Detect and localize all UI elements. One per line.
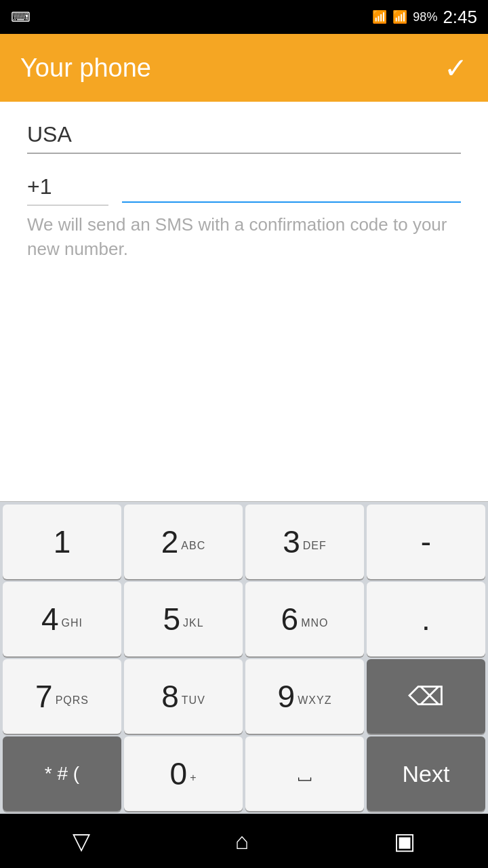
key-4[interactable]: 4 GHI bbox=[3, 582, 121, 656]
key-space[interactable]: ⎵ bbox=[245, 736, 364, 811]
key-0[interactable]: 0 + bbox=[124, 736, 243, 811]
bottom-nav: ▽ ⌂ ▣ bbox=[0, 814, 488, 868]
key-symbols[interactable]: * # ( bbox=[3, 736, 121, 811]
keyboard-icon: ⌨ bbox=[11, 9, 30, 24]
signal-icon: 📶 bbox=[392, 9, 407, 24]
back-button[interactable]: ▽ bbox=[73, 827, 90, 854]
country-field[interactable]: USA bbox=[27, 122, 461, 154]
header: Your phone ✓ bbox=[0, 34, 488, 102]
country-value: USA bbox=[27, 122, 461, 153]
key-6[interactable]: 6 MNO bbox=[245, 582, 364, 656]
key-2[interactable]: 2 ABC bbox=[124, 505, 243, 579]
key-backspace[interactable]: ⌫ bbox=[367, 659, 485, 734]
recents-button[interactable]: ▣ bbox=[394, 827, 415, 854]
key-dash[interactable]: - bbox=[367, 505, 485, 579]
phone-input-underline bbox=[122, 201, 461, 203]
wifi-icon: 📶 bbox=[372, 9, 387, 24]
page-title: Your phone bbox=[20, 54, 444, 83]
status-bar: ⌨ 📶 📶 98% 2:45 bbox=[0, 0, 488, 34]
key-8[interactable]: 8 TUV bbox=[124, 659, 243, 734]
country-code-value: +1 bbox=[27, 174, 108, 205]
confirm-button[interactable]: ✓ bbox=[444, 52, 468, 85]
country-underline bbox=[27, 153, 461, 154]
phone-number-row: +1 bbox=[27, 174, 461, 206]
keyboard: 1 2 ABC 3 DEF - 4 GHI bbox=[0, 501, 488, 814]
phone-number-input[interactable] bbox=[122, 174, 461, 201]
main-content: USA +1 We will send an SMS with a confir… bbox=[0, 102, 488, 275]
status-time: 2:45 bbox=[443, 7, 477, 28]
keyboard-grid: 1 2 ABC 3 DEF - 4 GHI bbox=[0, 502, 488, 814]
backspace-icon: ⌫ bbox=[408, 682, 445, 711]
sms-info-text: We will send an SMS with a confirmation … bbox=[27, 212, 461, 262]
battery-indicator: 98% bbox=[413, 10, 437, 24]
key-7[interactable]: 7 PQRS bbox=[3, 659, 121, 734]
country-code-underline bbox=[27, 205, 108, 206]
phone-input-wrapper[interactable] bbox=[122, 174, 461, 206]
key-3[interactable]: 3 DEF bbox=[245, 505, 364, 579]
key-1[interactable]: 1 bbox=[3, 505, 121, 579]
key-5[interactable]: 5 JKL bbox=[124, 582, 243, 656]
next-button[interactable]: Next bbox=[367, 736, 485, 811]
key-dot[interactable]: . bbox=[367, 582, 485, 656]
country-code-wrapper: +1 bbox=[27, 174, 108, 206]
key-9[interactable]: 9 WXYZ bbox=[245, 659, 364, 734]
home-button[interactable]: ⌂ bbox=[235, 828, 249, 854]
